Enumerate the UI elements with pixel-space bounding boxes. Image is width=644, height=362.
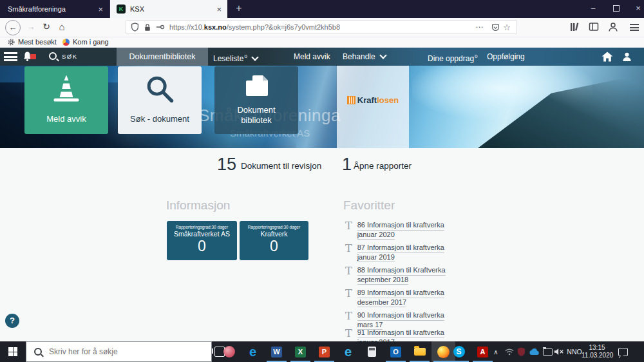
- search-icon: [34, 348, 42, 356]
- chevron-down-icon: [379, 52, 386, 59]
- tab-ksx-active[interactable]: K KSX ×: [110, 0, 227, 18]
- tray-network-icon[interactable]: [503, 341, 515, 362]
- pocket-icon[interactable]: [491, 23, 500, 32]
- tile-sok-dokument[interactable]: Søk - dokument: [118, 66, 202, 134]
- bookmark-mest-besokt[interactable]: Mest besøkt: [8, 37, 57, 47]
- nav-item-behandle[interactable]: Behandle: [343, 48, 386, 66]
- tile-meld-avvik[interactable]: Meld avvik: [24, 66, 108, 134]
- window-minimize-button[interactable]: –: [583, 0, 603, 17]
- forward-button[interactable]: →: [24, 20, 38, 34]
- notification-bell-icon[interactable]: [22, 51, 33, 64]
- firefox-pie-icon: [62, 39, 70, 46]
- taskbar-pinned-app-icon[interactable]: [217, 341, 241, 362]
- kraftlosen-logo-icon: [347, 96, 355, 104]
- action-center-icon[interactable]: [613, 341, 632, 362]
- rapporteringsgrad-card-smakraftverket[interactable]: Rapporteringsgrad:30 dager Småkraftverke…: [167, 221, 237, 260]
- browser-home-button[interactable]: ⌂: [55, 20, 69, 34]
- app-home-icon[interactable]: [601, 52, 613, 64]
- tray-language-indicator[interactable]: NNO: [566, 341, 583, 362]
- nav-item-oppfolging[interactable]: Oppfølging: [487, 48, 525, 66]
- chevron-down-icon: [251, 53, 258, 61]
- page-actions-icon[interactable]: ⋯: [475, 23, 484, 32]
- screen: Småkraftforeninga × K KSX × + – × ← → ↻ …: [0, 0, 644, 362]
- back-button[interactable]: ←: [5, 20, 21, 35]
- browser-toolbar: ← → ↻ ⌂ https://x10.ksx.no/system.php?&o…: [0, 18, 644, 37]
- nav-item-leseliste[interactable]: Leseliste0: [213, 48, 258, 68]
- favorite-item[interactable]: T 90 Informasjon til kraftverkamars 17: [345, 311, 444, 330]
- taskbar-edge-icon[interactable]: e: [241, 341, 265, 362]
- taskbar-search[interactable]: [26, 341, 212, 362]
- tray-clock[interactable]: 13:1511.03.2020: [582, 341, 612, 362]
- documents-icon: [214, 73, 298, 102]
- windows-logo-icon: [8, 347, 17, 356]
- account-icon[interactable]: [608, 22, 618, 35]
- tile-dokumentbibliotek[interactable]: Dokumentbibliotek: [214, 66, 298, 134]
- taskbar-search-input[interactable]: [48, 347, 198, 357]
- taskbar-calculator-icon[interactable]: [360, 341, 384, 362]
- stat-dokument-til-revisjon-value: 15: [217, 155, 236, 175]
- notification-badge: [30, 54, 36, 59]
- taskbar-internet-explorer-icon[interactable]: e: [336, 341, 360, 362]
- nav-item-dine-oppdrag[interactable]: Dine oppdrag0: [428, 48, 478, 68]
- favoritter-heading: Favoritter: [343, 198, 395, 213]
- taskbar-file-explorer-icon[interactable]: [408, 341, 431, 362]
- lock-icon[interactable]: [144, 23, 151, 32]
- nav-item-dokumentbibliotek[interactable]: Dokumentbibliotek: [117, 48, 208, 66]
- tracking-shield-icon[interactable]: [131, 23, 139, 32]
- kraftlosen-logo: Kraft losen: [347, 95, 399, 105]
- bookmark-label: Kom i gang: [73, 38, 109, 46]
- taskbar-skype-icon[interactable]: S: [447, 341, 471, 362]
- browser-tab-bar: Småkraftforeninga × K KSX × + – ×: [0, 0, 644, 18]
- windows-taskbar: e W X P e O S A ∧ NNO 13:1511.03.2020: [0, 341, 644, 362]
- stat-apne-rapporter-label: Åpne rapporter: [354, 161, 412, 171]
- favorite-item[interactable]: T 87 Informasjon til kraftverkajanuar 20…: [345, 243, 444, 262]
- taskbar-outlook-icon[interactable]: O: [384, 341, 408, 362]
- stat-dokument-til-revisjon-label: Dokument til revisjon: [241, 161, 321, 171]
- taskbar-powerpoint-icon[interactable]: P: [312, 341, 336, 362]
- text-doc-icon: T: [345, 221, 352, 240]
- stat-apne-rapporter-value: 1: [342, 155, 352, 175]
- ksx-favicon-icon: K: [117, 5, 126, 14]
- app-nav-bar: SØK Dokumentbibliotek Leseliste0 Meld av…: [0, 48, 644, 66]
- tab-close-icon[interactable]: ×: [98, 5, 103, 14]
- gear-icon: [8, 39, 15, 46]
- new-tab-button[interactable]: +: [231, 0, 247, 18]
- tab-smakraftforeninga[interactable]: Småkraftforeninga ×: [0, 0, 109, 18]
- window-restore-button[interactable]: [606, 0, 627, 17]
- hero-banner: Småkraftforeninga Småkraftverket AS Meld…: [0, 66, 644, 148]
- nav-item-meld-avvik[interactable]: Meld avvik: [294, 48, 330, 66]
- tray-antivirus-icon[interactable]: [515, 341, 527, 362]
- library-icon[interactable]: [569, 22, 580, 35]
- tab-title: KSX: [130, 5, 211, 13]
- sidebar-toggle-icon[interactable]: [589, 22, 599, 34]
- app-menu-icon[interactable]: [4, 52, 17, 63]
- text-doc-icon: T: [345, 266, 352, 285]
- app-search-icon[interactable]: [49, 52, 57, 60]
- tray-sync-folder-icon[interactable]: [542, 341, 553, 362]
- window-close-button[interactable]: ×: [628, 0, 644, 17]
- tray-onedrive-icon[interactable]: [527, 341, 541, 362]
- favorite-item[interactable]: T 88 Informasjon til Kraftverkaseptember…: [345, 266, 446, 285]
- bookmark-star-icon[interactable]: ☆: [503, 23, 511, 32]
- kraftlosen-logo-card[interactable]: Kraft losen: [337, 66, 409, 148]
- help-button[interactable]: ?: [5, 314, 19, 328]
- text-doc-icon: T: [345, 243, 352, 262]
- favorite-item[interactable]: T 89 Informasjon til kraftverkadesember …: [345, 289, 444, 307]
- bookmark-label: Mest besøkt: [18, 38, 57, 46]
- traffic-cone-icon: [24, 73, 108, 104]
- user-profile-icon[interactable]: [622, 52, 632, 64]
- bookmark-kom-i-gang[interactable]: Kom i gang: [62, 37, 109, 47]
- rapporteringsgrad-card-kraftverk[interactable]: Rapporteringsgrad:30 dager Kraftverk 0: [240, 221, 308, 260]
- reload-button[interactable]: ↻: [39, 20, 53, 34]
- browser-menu-icon[interactable]: [630, 24, 639, 33]
- url-bar[interactable]: https://x10.ksx.no/system.php?&ok=j6s7y0…: [126, 20, 517, 34]
- favorite-item[interactable]: T 86 Informasjon til kraftverkajanuar 20…: [345, 221, 444, 240]
- tray-chevron-up-icon[interactable]: ∧: [491, 341, 501, 362]
- app-search-label[interactable]: SØK: [62, 48, 78, 66]
- taskbar-excel-icon[interactable]: X: [289, 341, 312, 362]
- tray-volume-muted-icon[interactable]: [553, 341, 565, 362]
- permissions-icon[interactable]: [156, 24, 165, 30]
- tab-close-icon[interactable]: ×: [216, 5, 222, 14]
- start-button[interactable]: [0, 341, 26, 362]
- taskbar-word-icon[interactable]: W: [265, 341, 289, 362]
